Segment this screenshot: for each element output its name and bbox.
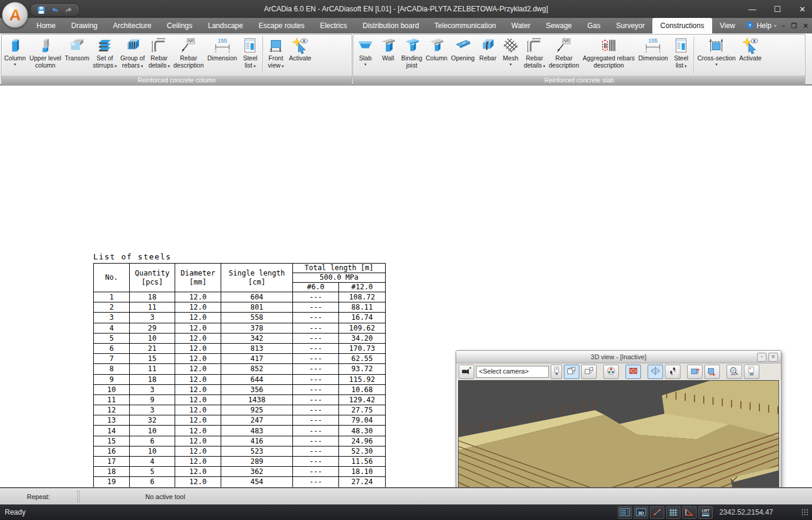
tab-sewage[interactable]: Sewage <box>538 18 579 33</box>
tab-gas[interactable]: Gas <box>579 18 608 33</box>
close-icon[interactable]: ✕ <box>798 5 807 14</box>
view3d-badge-toggle[interactable]: 3D <box>634 506 648 519</box>
dimension-button[interactable]: 155xxDimension <box>206 35 239 75</box>
ortho-toggle[interactable] <box>682 506 697 519</box>
grid-toggle[interactable] <box>666 506 680 519</box>
qat-undo-button[interactable] <box>50 5 60 15</box>
maximize-icon[interactable]: ☐ <box>773 5 782 14</box>
project-manager-toggle[interactable] <box>618 506 632 519</box>
cross-section-button[interactable]: Cross-section▾ <box>695 35 737 75</box>
doc-restore-icon[interactable]: ❐ <box>791 22 797 30</box>
tab-telecommunication[interactable]: Telecommunication <box>427 18 504 33</box>
upper-level-column-icon <box>36 36 55 54</box>
view3d-title-bar[interactable]: 3D view - [Inactive] ▫ ✕ <box>456 351 781 363</box>
lwt-toggle[interactable]: LWT <box>698 506 713 519</box>
walk-icon <box>667 366 678 378</box>
save3d-button[interactable]: 3D <box>744 365 759 379</box>
qat-redo-button[interactable] <box>64 5 74 15</box>
camera-select[interactable]: <Select camera> <box>476 366 549 378</box>
ribbon-button-label: stirrups ▾ <box>93 62 117 69</box>
app-menu-button[interactable]: A <box>2 2 28 28</box>
rebar-details-button[interactable]: Rebardetails ▾ <box>146 35 172 75</box>
qat-save-button[interactable] <box>36 5 46 15</box>
upper-level-column-button[interactable]: Upper levelcolumn <box>28 35 63 75</box>
table-cell: --- <box>293 426 339 436</box>
mesh-button[interactable]: Mesh▾ <box>499 35 522 75</box>
render-button[interactable] <box>726 365 742 379</box>
wall-button[interactable]: Wall <box>377 35 399 75</box>
binding-joist-button[interactable]: Bindingjoist <box>399 35 424 75</box>
persp-view-button[interactable] <box>564 365 579 379</box>
add-camera-button[interactable] <box>459 365 474 379</box>
tab-escape-routes[interactable]: Escape routes <box>251 18 312 33</box>
save-icon <box>36 5 46 15</box>
aggregated-rebars-description-button[interactable]: Aggregated rebarsdescription <box>581 35 637 75</box>
table-cell: 9 <box>94 374 130 384</box>
front-view-icon <box>266 36 285 54</box>
orbit-button[interactable] <box>648 365 663 379</box>
walk-button[interactable] <box>665 365 680 379</box>
rebar-button[interactable]: Rebar <box>477 35 499 75</box>
doc-close-icon[interactable]: ✕ <box>803 22 808 30</box>
set-of-stirrups-button[interactable]: Set ofstirrups ▾ <box>91 35 118 75</box>
table-cell: 6 <box>130 436 175 446</box>
rotate-right-button[interactable] <box>704 365 720 379</box>
command-bar-splitter[interactable] <box>77 491 80 503</box>
add-camera-icon <box>461 366 472 378</box>
table-cell: --- <box>293 446 339 456</box>
apply-camera-button[interactable] <box>551 365 562 379</box>
stirrups-icon <box>95 36 114 54</box>
table-cell: --- <box>293 415 339 426</box>
column-button[interactable]: Column▾ <box>2 35 28 75</box>
rebar-details-button[interactable]: Rebardetails ▾ <box>522 35 547 75</box>
tab-architecture[interactable]: Architecture <box>105 18 159 33</box>
tab-ceilings[interactable]: Ceilings <box>159 18 200 33</box>
table-cell: 1 <box>94 292 130 302</box>
tab-water[interactable]: Water <box>503 18 538 33</box>
activate-button[interactable]: Activate <box>737 35 763 75</box>
ribbon-button-label: Steel <box>243 55 257 62</box>
tab-landscape[interactable]: Landscape <box>200 18 251 33</box>
view3d-close-icon[interactable]: ✕ <box>768 353 778 362</box>
minimize-icon[interactable]: — <box>747 5 757 14</box>
table-cell: 11 <box>130 302 175 313</box>
tab-constructions[interactable]: Constructions <box>652 18 712 33</box>
tab-surveyor[interactable]: Surveyor <box>608 18 652 33</box>
transom-button[interactable]: Transom <box>63 35 91 75</box>
ribbon-button-label: Transom <box>65 55 89 62</box>
tab-view[interactable]: View <box>712 18 743 33</box>
table-cell: 9 <box>130 394 175 405</box>
column-button[interactable]: Column <box>424 35 449 75</box>
table-cell: 12.0 <box>175 457 221 467</box>
rebar-description-button[interactable]: NRRebardescription <box>172 35 206 75</box>
tab-electrics[interactable]: Electrics <box>312 18 355 33</box>
slab-button[interactable]: Slab▾ <box>354 35 377 75</box>
opening-button[interactable]: Opening <box>449 35 477 75</box>
rotate-up-button[interactable] <box>687 365 703 379</box>
group-rebars-icon <box>123 36 142 54</box>
table-cell: 18 <box>130 292 175 302</box>
group-of-rebars-button[interactable]: Group ofrebars ▾ <box>118 35 146 75</box>
bricks-button[interactable] <box>625 365 641 379</box>
tab-home[interactable]: Home <box>29 18 63 33</box>
front-view-button[interactable]: Frontview ▾ <box>264 35 287 75</box>
snap-toggle[interactable] <box>650 506 664 519</box>
rebar-description-button[interactable]: NRRebardescription <box>547 35 581 75</box>
help-button[interactable]: ? Help ˅ <box>746 21 776 31</box>
activate-button[interactable]: Activate <box>287 35 313 75</box>
header-total-length: Total length [m] <box>293 264 386 273</box>
orbit-icon <box>650 366 661 378</box>
doc-minimize-icon[interactable]: – <box>782 22 785 29</box>
dimension-button[interactable]: 155xxDimension <box>637 35 670 75</box>
tab-drawing[interactable]: Drawing <box>63 18 105 33</box>
resize-grip-icon[interactable] <box>801 509 808 516</box>
ribbon-button-label: Rebar <box>526 55 544 62</box>
steel-list-button[interactable]: Steellist ▾ <box>670 35 692 75</box>
drawing-canvas[interactable]: List of steels No.Quantity[pcs]Diameter[… <box>0 85 812 487</box>
view3d-restore-icon[interactable]: ▫ <box>757 353 767 362</box>
colors-button[interactable] <box>603 365 619 379</box>
svg-text:3D: 3D <box>638 510 644 516</box>
steel-list-button[interactable]: Steellist ▾ <box>239 35 261 75</box>
tab-distribution-board[interactable]: Distribution board <box>355 18 427 33</box>
axono-view-button[interactable] <box>581 365 597 379</box>
